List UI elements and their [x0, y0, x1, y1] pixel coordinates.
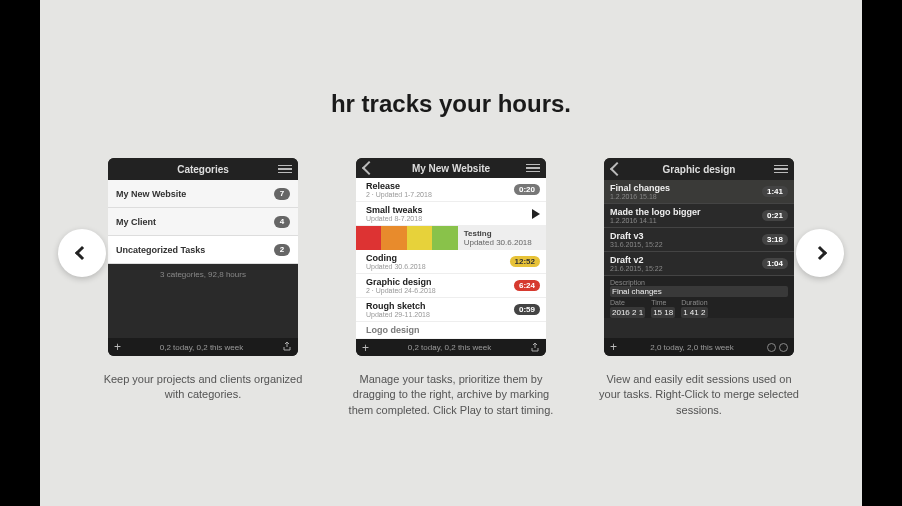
menu-icon[interactable]	[278, 165, 292, 174]
tasks-list: Release2 · Updated 1-7.2018 0:20 Small t…	[356, 178, 546, 339]
task-name: Rough sketch	[366, 301, 430, 311]
col-categories: Categories My New Website 7 My Client 4 …	[100, 158, 306, 418]
add-icon[interactable]: +	[610, 340, 617, 354]
task-row-dragging[interactable]: Testing Updated 30.6.2018	[356, 226, 546, 250]
session-name: Draft v3	[610, 231, 663, 241]
back-button[interactable]	[610, 164, 624, 174]
desc-input[interactable]: Final changes	[610, 286, 788, 297]
time-pill: 6:24	[514, 280, 540, 291]
task-row[interactable]: Small tweaksUpdated 8-7.2018	[356, 202, 546, 226]
chevron-left-icon	[362, 161, 376, 175]
categories-list: My New Website 7 My Client 4 Uncategoriz…	[108, 180, 298, 338]
session-edit-form: Description Final changes Date2016 2 1 T…	[604, 276, 794, 318]
time-pill: 0:59	[514, 304, 540, 315]
priority-red	[356, 226, 381, 250]
task-sub: 2 · Updated 1-7.2018	[366, 191, 432, 198]
task-row[interactable]: CodingUpdated 30.6.2018 12:52	[356, 250, 546, 274]
panel-title: Graphic design	[624, 164, 774, 175]
time-pill: 1:41	[762, 186, 788, 197]
play-icon[interactable]	[532, 209, 540, 219]
task-sub: Updated 30.6.2018	[366, 263, 426, 270]
category-row[interactable]: My New Website 7	[108, 180, 298, 208]
task-row[interactable]: Release2 · Updated 1-7.2018 0:20	[356, 178, 546, 202]
task-row[interactable]: Graphic design2 · Updated 24-6.2018 6:24	[356, 274, 546, 298]
carousel-prev-button[interactable]	[58, 229, 106, 277]
sessions-list: Final changes1.2.2016 15.18 1:41 Made th…	[604, 180, 794, 338]
category-label: Uncategorized Tasks	[116, 245, 205, 255]
phone-categories: Categories My New Website 7 My Client 4 …	[108, 158, 298, 356]
time-label: Time	[651, 299, 675, 306]
time-pill: 12:52	[510, 256, 540, 267]
session-sub: 1.2.2016 14.11	[610, 217, 701, 224]
footer-stat: 0,2 today, 0,2 this week	[408, 343, 491, 352]
time-input[interactable]: 15 18	[651, 307, 675, 318]
reload-icon[interactable]	[767, 343, 776, 352]
chevron-left-icon	[610, 162, 624, 176]
session-row[interactable]: Made the logo bigger1.2.2016 14.11 0:21	[604, 204, 794, 228]
caption: Manage your tasks, prioritize them by dr…	[348, 372, 554, 418]
task-sub: Updated 30.6.2018	[464, 238, 540, 247]
phone-sessions: Graphic design Final changes1.2.2016 15.…	[604, 158, 794, 356]
back-button[interactable]	[362, 163, 376, 173]
task-name: Coding	[366, 253, 426, 263]
count-badge: 7	[274, 188, 290, 200]
task-name: Graphic design	[366, 277, 436, 287]
category-label: My Client	[116, 217, 156, 227]
footer-stat: 0,2 today, 0,2 this week	[160, 343, 243, 352]
time-pill: 1:04	[762, 258, 788, 269]
duration-label: Duration	[681, 299, 707, 306]
panel-title: Categories	[128, 164, 278, 175]
add-icon[interactable]: +	[362, 341, 369, 355]
task-sub: Updated 8-7.2018	[366, 215, 423, 222]
task-name: Release	[366, 181, 432, 191]
task-name: Testing	[464, 229, 540, 238]
headline: hr tracks your hours.	[40, 0, 862, 158]
task-sub: Updated 29-11.2018	[366, 311, 430, 318]
phone-tasks: My New Website Release2 · Updated 1-7.20…	[356, 158, 546, 356]
session-sub: 31.6.2015, 15:22	[610, 241, 663, 248]
panel-header: Categories	[108, 158, 298, 180]
date-label: Date	[610, 299, 645, 306]
col-sessions: Graphic design Final changes1.2.2016 15.…	[596, 158, 802, 418]
desc-label: Description	[610, 279, 788, 286]
session-sub: 1.2.2016 15.18	[610, 193, 670, 200]
menu-icon[interactable]	[774, 165, 788, 174]
footer-stat: 2,0 today, 2,0 this week	[650, 343, 733, 352]
share-icon[interactable]	[282, 341, 292, 353]
count-badge: 4	[274, 216, 290, 228]
task-sub: 2 · Updated 24-6.2018	[366, 287, 436, 294]
time-pill: 0:20	[514, 184, 540, 195]
drag-label: Testing Updated 30.6.2018	[458, 226, 546, 250]
gear-icon[interactable]	[779, 343, 788, 352]
caption: Keep your projects and clients organized…	[100, 372, 306, 403]
col-tasks: My New Website Release2 · Updated 1-7.20…	[348, 158, 554, 418]
chevron-right-icon	[813, 246, 827, 260]
share-icon[interactable]	[530, 342, 540, 354]
duration-input[interactable]: 1 41 2	[681, 307, 707, 318]
task-row[interactable]: Rough sketchUpdated 29-11.2018 0:59	[356, 298, 546, 322]
footer-actions[interactable]	[767, 343, 788, 352]
category-row[interactable]: My Client 4	[108, 208, 298, 236]
task-name: Logo design	[366, 325, 420, 335]
session-row[interactable]: Final changes1.2.2016 15.18 1:41	[604, 180, 794, 204]
panel-header: Graphic design	[604, 158, 794, 180]
menu-icon[interactable]	[526, 164, 540, 173]
panel-footer: + 0,2 today, 0,2 this week	[108, 338, 298, 356]
date-input[interactable]: 2016 2 1	[610, 307, 645, 318]
count-badge: 2	[274, 244, 290, 256]
chevron-left-icon	[75, 246, 89, 260]
session-sub: 21.6.2015, 15:22	[610, 265, 663, 272]
category-row[interactable]: Uncategorized Tasks 2	[108, 236, 298, 264]
caption: View and easily edit sessions used on yo…	[596, 372, 802, 418]
session-name: Draft v2	[610, 255, 663, 265]
add-icon[interactable]: +	[114, 340, 121, 354]
session-row[interactable]: Draft v331.6.2015, 15:22 3:18	[604, 228, 794, 252]
carousel-next-button[interactable]	[796, 229, 844, 277]
priority-yellow	[407, 226, 432, 250]
panel-footer: + 2,0 today, 2,0 this week	[604, 338, 794, 356]
session-row[interactable]: Draft v221.6.2015, 15:22 1:04	[604, 252, 794, 276]
cards-row: Categories My New Website 7 My Client 4 …	[40, 158, 862, 418]
task-row[interactable]: Logo design	[356, 322, 546, 339]
session-name: Final changes	[610, 183, 670, 193]
priority-green	[432, 226, 457, 250]
